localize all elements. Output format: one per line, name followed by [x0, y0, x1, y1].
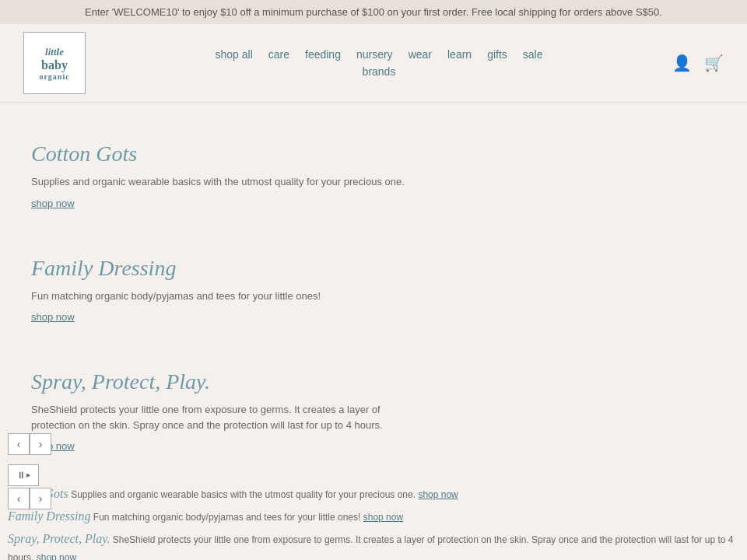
cart-icon[interactable]: 🛒 — [704, 54, 724, 72]
bottom-item-3-link[interactable]: shop now — [37, 552, 76, 560]
bottom-list-item-1: Cotton Gots Supplies and organic wearabl… — [8, 483, 739, 506]
header: little baby organic shop all care feedin… — [0, 24, 747, 103]
slide-1-desc: Supplies and organic wearable basics wit… — [31, 174, 420, 190]
slides-section: Cotton Gots Supplies and organic wearabl… — [0, 118, 747, 560]
nav-gifts[interactable]: gifts — [487, 48, 507, 61]
bottom-list-item-3: Spray, Protect, Play. SheShield protects… — [8, 528, 739, 560]
main-content: Cotton Gots Supplies and organic wearabl… — [0, 103, 747, 560]
account-icon[interactable]: 👤 — [672, 54, 692, 72]
bottom-item-3-title: Spray, Protect, Play. — [8, 532, 110, 545]
slide-2-shop-now[interactable]: shop now — [31, 311, 75, 323]
promo-text: Enter 'WELCOME10' to enjoy $10 off a min… — [85, 6, 662, 18]
bottom-item-2-link[interactable]: shop now — [363, 512, 403, 523]
bottom-list-item-2: Family Dressing Fun matching organic bod… — [8, 506, 739, 528]
nav-top: shop all care feeding nursery wear learn… — [216, 48, 543, 61]
slide-1-title: Cotton Gots — [31, 142, 716, 166]
slide-2-title: Family Dressing — [31, 256, 716, 281]
slide-1: Cotton Gots Supplies and organic wearabl… — [0, 118, 747, 233]
nav-nursery[interactable]: nursery — [356, 48, 393, 61]
nav-shop-all[interactable]: shop all — [216, 48, 253, 61]
bottom-item-2-title: Family Dressing — [8, 509, 91, 523]
nav-care[interactable]: care — [268, 48, 289, 61]
next-arrow-top[interactable]: › — [30, 433, 51, 455]
prev-arrow-top[interactable]: ‹ — [8, 433, 30, 455]
controls-row: ⏸▶ ‹ › — [8, 464, 51, 509]
nav-feeding[interactable]: feeding — [305, 48, 341, 61]
slide-2: Family Dressing Fun matching organic bod… — [0, 233, 747, 347]
next-arrow-bottom[interactable]: › — [30, 488, 51, 509]
nav-wear[interactable]: wear — [409, 48, 432, 61]
logo[interactable]: little baby organic — [23, 32, 86, 94]
slide-3: Spray, Protect, Play. SheShield protects… — [0, 346, 747, 475]
slide-3-desc: SheShield protects your little one from … — [31, 402, 420, 432]
bottom-list: Cotton Gots Supplies and organic wearabl… — [0, 475, 747, 560]
nav-sale[interactable]: sale — [523, 48, 543, 61]
slide-arrows-top: ‹ › — [8, 433, 51, 455]
header-icons: 👤 🛒 — [672, 54, 724, 72]
slide-arrows-bottom: ‹ › — [8, 488, 51, 509]
logo-line1: little — [45, 46, 64, 58]
slide-3-title: Spray, Protect, Play. — [31, 369, 716, 394]
nav: shop all care feeding nursery wear learn… — [86, 48, 672, 78]
logo-line2: baby — [41, 58, 68, 72]
pause-play-button[interactable]: ⏸▶ — [8, 464, 39, 486]
bottom-item-1-description: Supplies and organic wearable basics wit… — [71, 489, 416, 500]
logo-line3: organic — [39, 72, 69, 81]
bottom-item-2-description: Fun matching organic body/pyjamas and te… — [93, 512, 361, 523]
prev-arrow-bottom[interactable]: ‹ — [8, 488, 30, 509]
slide-2-desc: Fun matching organic body/pyjamas and te… — [31, 289, 420, 304]
nav-brands[interactable]: brands — [363, 65, 396, 78]
slide-1-shop-now[interactable]: shop now — [31, 198, 75, 209]
promo-banner: Enter 'WELCOME10' to enjoy $10 off a min… — [0, 0, 747, 24]
nav-bottom: brands — [363, 65, 396, 78]
bottom-item-3-description: SheShield protects your little one from … — [8, 534, 734, 560]
bottom-item-1-link[interactable]: shop now — [418, 489, 458, 500]
nav-learn[interactable]: learn — [447, 48, 472, 61]
